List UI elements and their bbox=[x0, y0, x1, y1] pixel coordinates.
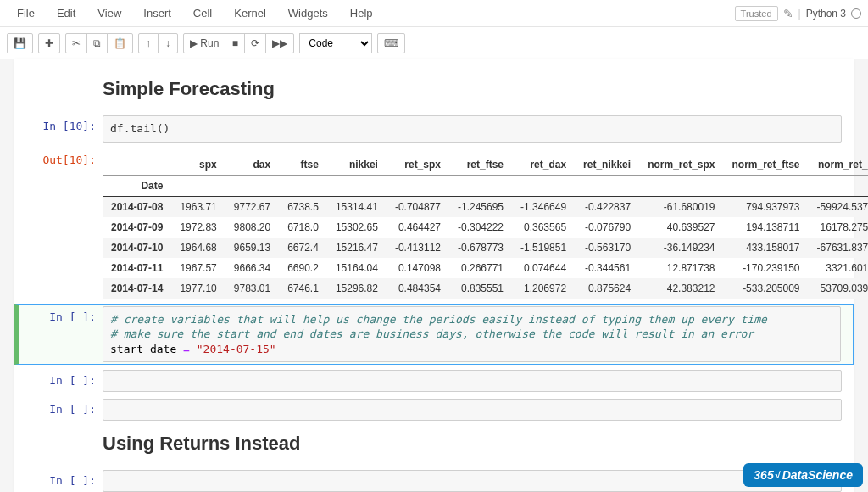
copy-button[interactable]: ⧉ bbox=[86, 33, 108, 53]
menu-file[interactable]: File bbox=[7, 2, 45, 25]
column-header: spx bbox=[171, 154, 225, 176]
move-down-button[interactable]: ↓ bbox=[158, 33, 178, 53]
table-row: 2014-07-081963.719772.676738.515314.41-0… bbox=[103, 196, 868, 217]
cell-value: -61.680019 bbox=[639, 196, 723, 217]
cell-value: -0.678773 bbox=[449, 238, 512, 258]
menubar-left: File Edit View Insert Cell Kernel Widget… bbox=[7, 2, 383, 25]
cell-value: -0.704877 bbox=[387, 196, 449, 217]
watermark-logo: 365√DataScience bbox=[743, 463, 863, 487]
cut-button[interactable]: ✂ bbox=[65, 33, 87, 53]
code-input[interactable]: # create variables that will help us cha… bbox=[103, 306, 841, 363]
cell-value: 0.484354 bbox=[387, 278, 449, 299]
input-prompt: In [ ]: bbox=[26, 370, 103, 392]
cell-value: 9659.13 bbox=[225, 238, 279, 258]
cell-value: -0.344561 bbox=[575, 258, 639, 278]
code-cell-tail[interactable]: In [10]: df.tail() bbox=[14, 114, 854, 144]
cell-value: 6672.4 bbox=[279, 238, 327, 258]
row-index: 2014-07-08 bbox=[103, 196, 171, 217]
menu-insert[interactable]: Insert bbox=[133, 2, 181, 25]
cell-value: 9808.20 bbox=[225, 217, 279, 238]
stop-button[interactable]: ■ bbox=[225, 33, 245, 53]
save-button[interactable]: 💾 bbox=[7, 33, 33, 53]
table-row: 2014-07-111967.579666.346690.215164.040.… bbox=[103, 258, 868, 278]
cell-value: 12.871738 bbox=[639, 258, 723, 278]
cell-value: -36.149234 bbox=[639, 238, 723, 258]
column-header: norm_ret_ftse bbox=[724, 154, 809, 176]
restart-run-all-button[interactable]: ▶▶ bbox=[265, 33, 294, 53]
cell-value: 16178.275435 bbox=[809, 217, 868, 238]
paste-button[interactable]: 📋 bbox=[107, 33, 133, 53]
output-cell: Out[10]: spxdaxftsenikkeiret_spxret_ftse… bbox=[14, 148, 854, 300]
pencil-icon[interactable]: ✎ bbox=[783, 7, 793, 20]
cell-value: 15296.82 bbox=[327, 278, 387, 299]
command-palette-button[interactable]: ⌨ bbox=[377, 33, 405, 53]
run-button[interactable]: ▶ Run bbox=[183, 33, 225, 53]
code-cell-empty[interactable]: In [ ]: bbox=[14, 468, 854, 492]
cell-value: -0.413112 bbox=[387, 238, 449, 258]
code-cell-startdate[interactable]: In [ ]: # create variables that will hel… bbox=[14, 304, 854, 366]
cell-value: 1967.57 bbox=[171, 258, 225, 278]
cell-value: 194.138711 bbox=[724, 217, 809, 238]
cell-value: 15216.47 bbox=[327, 238, 387, 258]
kernel-name[interactable]: Python 3 bbox=[806, 8, 846, 20]
code-input[interactable]: df.tail() bbox=[103, 115, 842, 143]
cell-value: 6738.5 bbox=[279, 196, 327, 217]
cell-value: 1977.10 bbox=[171, 278, 225, 299]
input-prompt: In [10]: bbox=[26, 115, 103, 143]
add-cell-button[interactable]: ✚ bbox=[38, 33, 60, 53]
cell-type-select[interactable]: Code bbox=[299, 33, 372, 53]
cell-value: 0.147098 bbox=[387, 258, 449, 278]
cell-value: -1.346649 bbox=[512, 196, 575, 217]
prompt-empty bbox=[26, 428, 103, 463]
code-cell-empty[interactable]: In [ ]: bbox=[14, 368, 854, 394]
menu-cell[interactable]: Cell bbox=[183, 2, 222, 25]
cell-value: 6690.2 bbox=[279, 258, 327, 278]
cell-value: 6718.0 bbox=[279, 217, 327, 238]
prompt-empty bbox=[26, 73, 103, 109]
output-prompt: Out[10]: bbox=[26, 149, 103, 299]
cell-value: 53709.039098 bbox=[809, 278, 868, 299]
cell-value: -0.076790 bbox=[575, 217, 639, 238]
cell-value: -59924.537177 bbox=[809, 196, 868, 217]
cell-value: -170.239150 bbox=[724, 258, 809, 278]
restart-button[interactable]: ⟳ bbox=[244, 33, 266, 53]
move-up-button[interactable]: ↑ bbox=[138, 33, 159, 53]
menu-widgets[interactable]: Widgets bbox=[278, 2, 338, 25]
code-input[interactable] bbox=[103, 399, 842, 421]
menu-view[interactable]: View bbox=[87, 2, 131, 25]
menu-edit[interactable]: Edit bbox=[47, 2, 86, 25]
code-input[interactable] bbox=[103, 370, 842, 392]
notebook-container: Simple Forecasting In [10]: df.tail() Ou… bbox=[14, 59, 854, 492]
menu-help[interactable]: Help bbox=[340, 2, 383, 25]
markdown-cell[interactable]: Simple Forecasting bbox=[14, 71, 854, 110]
column-header: ret_nikkei bbox=[575, 154, 639, 176]
cell-value: 9666.34 bbox=[225, 258, 279, 278]
cell-value: 15314.41 bbox=[327, 196, 387, 217]
row-index: 2014-07-09 bbox=[103, 217, 171, 238]
code-input[interactable] bbox=[103, 470, 842, 492]
cell-value: 1972.83 bbox=[171, 217, 225, 238]
column-header: dax bbox=[225, 154, 279, 176]
cell-value: -67631.837952 bbox=[809, 238, 868, 258]
table-row: 2014-07-141977.109783.016746.115296.820.… bbox=[103, 278, 868, 299]
cell-value: 15164.04 bbox=[327, 258, 387, 278]
cell-value: 6746.1 bbox=[279, 278, 327, 299]
code-cell-empty[interactable]: In [ ]: bbox=[14, 397, 854, 422]
markdown-cell[interactable]: Using Returns Instead bbox=[14, 426, 854, 465]
table-row: 2014-07-101964.689659.136672.415216.47-0… bbox=[103, 238, 868, 258]
cell-value: 0.363565 bbox=[512, 217, 575, 238]
menu-kernel[interactable]: Kernel bbox=[224, 2, 276, 25]
menubar: File Edit View Insert Cell Kernel Widget… bbox=[0, 0, 868, 27]
row-index: 2014-07-14 bbox=[103, 278, 171, 299]
cell-value: -1.245695 bbox=[449, 196, 512, 217]
cell-value: 42.383212 bbox=[639, 278, 723, 299]
cell-value: 0.875624 bbox=[575, 278, 639, 299]
dataframe-table: spxdaxftsenikkeiret_spxret_ftseret_daxre… bbox=[103, 154, 868, 299]
input-prompt: In [ ]: bbox=[26, 399, 103, 421]
cell-value: 433.158017 bbox=[724, 238, 809, 258]
menubar-right: Trusted ✎ | Python 3 bbox=[735, 6, 861, 21]
column-header: norm_ret_dax bbox=[809, 154, 868, 176]
cell-value: 1.206972 bbox=[512, 278, 575, 299]
kernel-indicator-icon[interactable] bbox=[851, 8, 861, 19]
separator: | bbox=[798, 8, 801, 20]
